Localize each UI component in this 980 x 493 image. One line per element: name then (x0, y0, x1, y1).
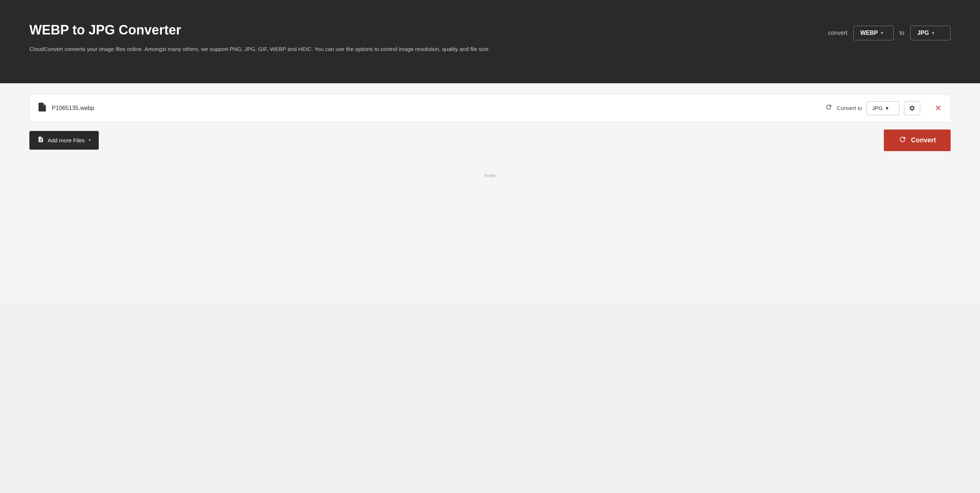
header-converter-controls: convert WEBP ▾ to JPG ▾ (828, 26, 951, 40)
chevron-down-icon: ▾ (881, 30, 883, 36)
settings-button[interactable] (904, 101, 920, 115)
header-left: WEBP to JPG Converter CloudConvert conve… (29, 22, 490, 54)
chevron-down-icon-3: ▾ (886, 105, 889, 111)
header-from-format-dropdown[interactable]: WEBP ▾ (853, 26, 894, 40)
convert-to-section: Convert to JPG ▾ (825, 101, 920, 115)
file-icon (38, 103, 46, 114)
file-format-dropdown[interactable]: JPG ▾ (867, 101, 900, 115)
chevron-down-icon-4: ▾ (89, 138, 91, 143)
header-from-format-label: WEBP (860, 30, 878, 36)
refresh-icon (825, 103, 832, 113)
chevron-down-icon-2: ▾ (932, 30, 934, 36)
add-file-icon (37, 136, 44, 144)
header-to-format-label: JPG (917, 30, 929, 36)
header-to-label: to (900, 30, 904, 36)
close-button[interactable]: ✕ (935, 103, 942, 113)
convert-to-label: Convert to (837, 105, 862, 111)
header-to-format-dropdown[interactable]: JPG ▾ (910, 26, 951, 40)
bottom-row: Add more Files ▾ Convert (29, 130, 951, 151)
header-section: WEBP to JPG Converter CloudConvert conve… (0, 0, 980, 83)
convert-label: Convert (911, 136, 936, 144)
add-files-label: Add more Files (48, 137, 85, 143)
footer-text: footer (29, 173, 951, 178)
main-content: P1065135.webp Convert to JPG ▾ ✕ (0, 83, 980, 303)
file-name: P1065135.webp (52, 105, 819, 111)
convert-icon (899, 135, 907, 145)
add-files-button[interactable]: Add more Files ▾ (29, 131, 99, 150)
header-convert-label: convert (828, 30, 847, 36)
convert-button[interactable]: Convert (884, 130, 951, 151)
file-format-label: JPG (872, 105, 883, 111)
header-description: CloudConvert converts your image files o… (29, 44, 490, 54)
page-title: WEBP to JPG Converter (29, 22, 490, 38)
file-row: P1065135.webp Convert to JPG ▾ ✕ (29, 94, 951, 122)
